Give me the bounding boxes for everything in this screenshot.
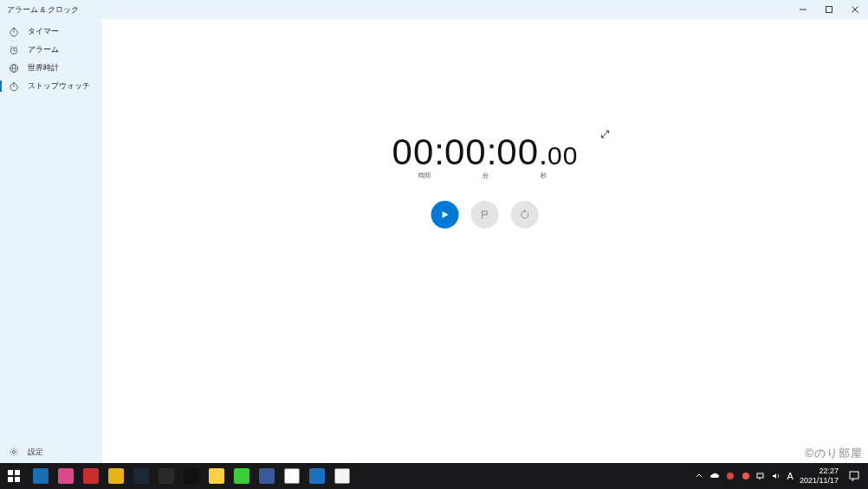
start-button-taskbar[interactable]: [0, 463, 28, 489]
start-button[interactable]: [431, 201, 459, 228]
taskbar-app-app6[interactable]: [254, 463, 279, 489]
settings-label: 設定: [28, 447, 43, 458]
sidebar-item-label: タイマー: [28, 26, 59, 37]
taskbar-app-folder[interactable]: [204, 463, 229, 489]
minimize-button[interactable]: [790, 0, 816, 19]
seconds-value: 00: [496, 132, 539, 173]
taskbar-time: 22:27: [800, 466, 839, 476]
svg-point-19: [13, 451, 16, 454]
label-seconds: 秒: [541, 171, 547, 180]
svg-line-20: [601, 131, 608, 138]
sidebar-item-alarm[interactable]: アラーム: [0, 41, 102, 59]
sidebar: タイマー アラーム 世界時計 ストップウォッチ: [0, 19, 102, 463]
titlebar: アラーム & クロック: [0, 0, 868, 19]
sidebar-item-label: アラーム: [28, 44, 59, 55]
tray-onedrive-icon[interactable]: [707, 463, 722, 489]
expand-button[interactable]: [597, 126, 612, 142]
minutes-value: 00: [444, 132, 487, 173]
tray-chevron-icon[interactable]: [691, 463, 707, 489]
time-readout: 00 : 00 : 00 . 00: [392, 132, 579, 173]
app-window: アラーム & クロック タイマー: [0, 0, 868, 463]
svg-line-10: [10, 46, 12, 47]
close-button[interactable]: [842, 0, 868, 19]
taskbar-app-app4[interactable]: [128, 463, 153, 489]
taskbar-app-app2[interactable]: [78, 463, 103, 489]
taskbar-app-app1[interactable]: [53, 463, 78, 489]
sidebar-item-label: ストップウォッチ: [28, 80, 90, 92]
svg-rect-25: [8, 477, 13, 482]
svg-rect-23: [8, 470, 13, 475]
tray-app-icon-1[interactable]: [722, 463, 738, 489]
taskbar-app-explorer[interactable]: [28, 463, 53, 489]
main-content: 00 : 00 : 00 . 00 時間 分 秒: [102, 19, 868, 463]
app-body: タイマー アラーム 世界時計 ストップウォッチ: [0, 19, 868, 463]
taskbar-left: [0, 463, 354, 489]
taskbar-app-app3[interactable]: [103, 463, 128, 489]
svg-rect-32: [850, 472, 858, 479]
lap-button[interactable]: [471, 201, 499, 228]
tray-volume-icon[interactable]: [769, 463, 785, 489]
taskbar-app-line[interactable]: [229, 463, 254, 489]
svg-point-28: [742, 473, 749, 479]
worldclock-icon: [9, 63, 19, 74]
notifications-button[interactable]: [842, 463, 866, 489]
label-hours: 時間: [418, 171, 431, 180]
sidebar-item-timer[interactable]: タイマー: [0, 23, 102, 41]
stopwatch-icon: [9, 81, 19, 92]
reset-button[interactable]: [511, 201, 539, 228]
sidebar-item-label: 世界時計: [28, 62, 59, 74]
timer-icon: [9, 27, 19, 37]
label-minutes: 分: [483, 171, 489, 180]
sidebar-item-stopwatch[interactable]: ストップウォッチ: [0, 77, 102, 95]
ime-indicator[interactable]: A: [785, 471, 796, 481]
svg-marker-21: [443, 211, 449, 218]
time-unit-labels: 時間 分 秒: [392, 171, 579, 180]
svg-rect-29: [757, 473, 763, 478]
stopwatch-display: 00 : 00 : 00 . 00 時間 分 秒: [392, 132, 579, 228]
window-controls: [790, 0, 868, 19]
taskbar-app-steam[interactable]: [178, 463, 204, 489]
hours-value: 00: [392, 132, 435, 173]
centiseconds-value: 00: [547, 141, 578, 171]
svg-rect-24: [15, 470, 20, 475]
taskbar-clock[interactable]: 22:27 2021/11/17: [796, 466, 842, 486]
taskbar-app-clock-app[interactable]: [329, 463, 354, 489]
taskbar-app-chrome[interactable]: [279, 463, 304, 489]
svg-rect-26: [15, 477, 20, 482]
taskbar-tray: A 22:27 2021/11/17: [691, 463, 866, 489]
svg-marker-31: [773, 473, 776, 479]
watermark: ©のり部屋: [805, 446, 863, 461]
svg-line-11: [16, 46, 17, 47]
maximize-button[interactable]: [816, 0, 842, 19]
svg-rect-1: [826, 7, 832, 13]
svg-point-27: [727, 473, 734, 479]
taskbar-app-edge[interactable]: [304, 463, 329, 489]
sidebar-item-settings[interactable]: 設定: [0, 441, 102, 463]
taskbar-app-app5[interactable]: [153, 463, 178, 489]
app-title: アラーム & クロック: [7, 4, 79, 16]
alarm-icon: [9, 45, 19, 55]
tray-app-icon-2[interactable]: [738, 463, 754, 489]
sidebar-item-worldclock[interactable]: 世界時計: [0, 59, 102, 77]
taskbar-date: 2021/11/17: [800, 476, 839, 486]
gear-icon: [9, 447, 19, 457]
tray-network-icon[interactable]: [754, 463, 769, 489]
taskbar: A 22:27 2021/11/17: [0, 463, 868, 489]
stopwatch-controls: [431, 201, 539, 228]
